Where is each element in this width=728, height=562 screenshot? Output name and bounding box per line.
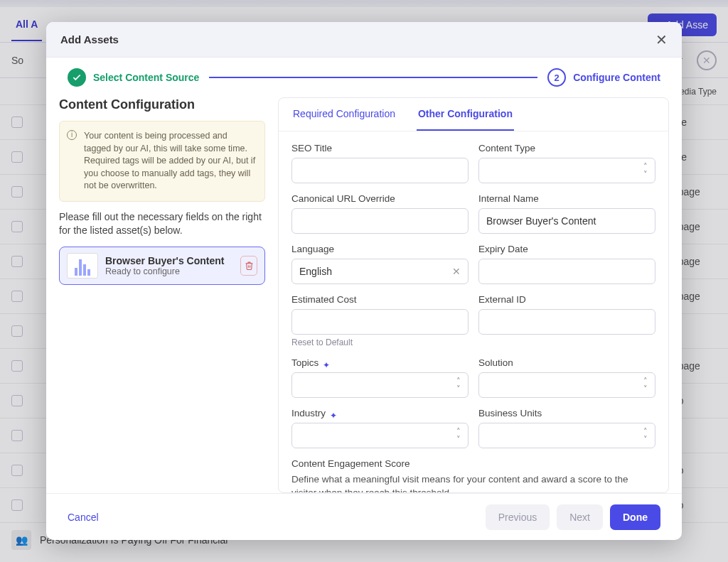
instruction-text: Please fill out the necessary fields on … xyxy=(59,210,265,238)
expiry-input[interactable] xyxy=(478,259,655,284)
solution-select[interactable]: ˄˅ xyxy=(478,372,655,398)
field-external-id: External ID xyxy=(478,294,655,347)
step-2-number: 2 xyxy=(547,68,566,87)
chevron-updown-icon: ˄˅ xyxy=(643,163,648,178)
tab-required-config[interactable]: Required Configuration xyxy=(291,98,397,131)
modal-footer: Cancel Previous Next Done xyxy=(46,493,682,540)
solution-label: Solution xyxy=(478,357,655,368)
next-button[interactable]: Next xyxy=(557,504,603,530)
sparkle-icon: ✦ xyxy=(330,411,337,421)
previous-button[interactable]: Previous xyxy=(486,504,550,530)
left-panel: Content Configuration i Your content is … xyxy=(59,97,265,493)
step-1: Select Content Source xyxy=(68,68,199,87)
info-icon: i xyxy=(67,130,77,140)
form-scroll[interactable]: SEO Title Content Type ˄˅ Canonical URL … xyxy=(279,131,668,492)
field-internal-name: Internal Name xyxy=(478,193,655,234)
est-cost-label: Estimated Cost xyxy=(291,294,469,305)
step-connector xyxy=(209,77,537,78)
chevron-updown-icon: ˄˅ xyxy=(456,377,461,393)
ai-processing-notice: i Your content is being processed and ta… xyxy=(59,121,265,202)
chevron-updown-icon: ˄˅ xyxy=(643,377,648,393)
notice-text: Your content is being processed and tagg… xyxy=(84,131,255,190)
chevron-updown-icon: ˄˅ xyxy=(643,428,648,443)
field-canonical: Canonical URL Override xyxy=(291,193,469,234)
external-id-input[interactable] xyxy=(478,309,655,335)
tab-other-config[interactable]: Other Configuration xyxy=(417,98,514,131)
modal-overlay: Add Assets ✕ Select Content Source 2 Con… xyxy=(0,0,728,562)
content-type-label: Content Type xyxy=(478,143,655,153)
ces-label: Content Engagement Score xyxy=(291,458,655,469)
language-label: Language xyxy=(291,244,469,254)
step-2-label: Configure Content xyxy=(573,72,660,83)
seo-title-label: SEO Title xyxy=(291,143,469,153)
seo-title-input[interactable] xyxy=(291,158,469,183)
internal-name-input[interactable] xyxy=(478,208,655,234)
reset-to-default[interactable]: Reset to Default xyxy=(291,337,469,347)
check-icon xyxy=(68,68,86,87)
business-units-label: Business Units xyxy=(478,408,655,418)
modal-title: Add Assets xyxy=(60,33,119,45)
add-assets-modal: Add Assets ✕ Select Content Source 2 Con… xyxy=(46,22,682,540)
business-units-select[interactable]: ˄˅ xyxy=(478,423,655,448)
field-industry: Industry✦ ˄˅ xyxy=(291,408,469,448)
est-cost-input[interactable] xyxy=(291,309,469,335)
language-select[interactable]: English ✕ xyxy=(291,259,469,284)
industry-select[interactable]: ˄˅ xyxy=(291,423,469,448)
ces-description: Define what a meaningful visit means for… xyxy=(291,473,655,492)
industry-label: Industry xyxy=(291,408,326,418)
content-config-heading: Content Configuration xyxy=(59,97,265,112)
sparkle-icon: ✦ xyxy=(323,360,330,370)
asset-thumbnail xyxy=(67,253,98,279)
asset-card[interactable]: Browser Buyer's Content Ready to configu… xyxy=(59,247,265,285)
close-icon[interactable]: ✕ xyxy=(655,31,668,48)
topics-select[interactable]: ˄˅ xyxy=(291,372,469,398)
stepper: Select Content Source 2 Configure Conten… xyxy=(46,58,682,97)
topics-label: Topics xyxy=(291,357,318,368)
asset-status: Ready to configure xyxy=(105,266,233,276)
field-ces: Content Engagement Score Define what a m… xyxy=(291,458,655,492)
canonical-label: Canonical URL Override xyxy=(291,193,469,204)
expiry-label: Expiry Date xyxy=(478,244,655,254)
field-business-units: Business Units ˄˅ xyxy=(478,408,655,448)
done-button[interactable]: Done xyxy=(610,504,660,530)
internal-name-label: Internal Name xyxy=(478,193,655,204)
trash-icon xyxy=(245,261,254,271)
field-expiry: Expiry Date xyxy=(478,244,655,284)
right-panel: Required Configuration Other Configurati… xyxy=(278,97,669,493)
step-1-label: Select Content Source xyxy=(93,72,199,83)
field-topics: Topics✦ ˄˅ xyxy=(291,357,469,398)
language-value: English xyxy=(299,266,332,277)
delete-asset-button[interactable] xyxy=(240,256,257,276)
asset-name: Browser Buyer's Content xyxy=(105,255,233,266)
canonical-input[interactable] xyxy=(291,208,469,234)
field-est-cost: Estimated Cost Reset to Default xyxy=(291,294,469,347)
field-seo-title: SEO Title xyxy=(291,143,469,183)
config-tabs: Required Configuration Other Configurati… xyxy=(279,98,668,131)
content-type-select[interactable]: ˄˅ xyxy=(478,158,655,183)
modal-header: Add Assets ✕ xyxy=(46,22,682,58)
field-language: Language English ✕ xyxy=(291,244,469,284)
cancel-button[interactable]: Cancel xyxy=(68,512,99,523)
field-content-type: Content Type ˄˅ xyxy=(478,143,655,183)
chevron-updown-icon: ˄˅ xyxy=(456,428,461,443)
external-id-label: External ID xyxy=(478,294,655,305)
step-2: 2 Configure Content xyxy=(547,68,660,87)
field-solution: Solution ˄˅ xyxy=(478,357,655,398)
clear-language-icon[interactable]: ✕ xyxy=(452,266,461,277)
